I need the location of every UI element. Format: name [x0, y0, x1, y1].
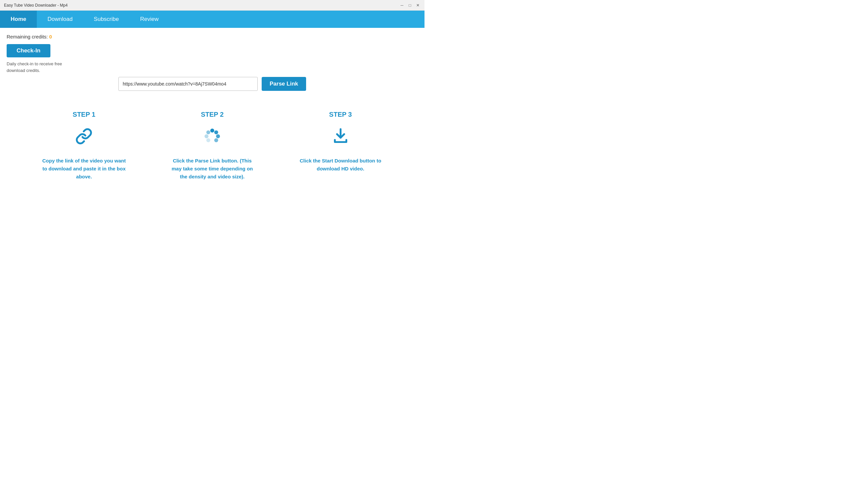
step-1-description: Copy the link of the video you want to d… — [41, 157, 127, 181]
step-1: STEP 1 Copy the link of the video you wa… — [41, 111, 127, 181]
check-in-description: Daily check-in to receive free download … — [7, 61, 73, 74]
step-2-title: STEP 2 — [201, 111, 224, 119]
minimize-button[interactable]: ─ — [399, 3, 404, 8]
parse-link-button[interactable]: Parse Link — [262, 77, 306, 91]
credits-row: Remaining credits: 0 — [7, 34, 418, 39]
step-2-description: Click the Parse Link button. (This may t… — [169, 157, 255, 181]
tab-home[interactable]: Home — [0, 11, 37, 28]
tab-download[interactable]: Download — [37, 11, 83, 28]
nav-bar: Home Download Subscribe Review — [0, 11, 424, 28]
svg-point-1 — [215, 131, 218, 133]
url-input[interactable] — [119, 77, 258, 91]
spinner-icon — [204, 128, 221, 147]
title-bar: Easy Tube Video Downloader - Mp4 ─ □ ✕ — [0, 0, 424, 11]
tab-subscribe[interactable]: Subscribe — [83, 11, 130, 28]
maximize-button[interactable]: □ — [407, 3, 413, 8]
svg-point-6 — [207, 131, 210, 133]
close-button[interactable]: ✕ — [415, 3, 420, 8]
credits-label: Remaining credits: — [7, 34, 48, 39]
step-2: STEP 2 Click the Parse Link button. (Thi… — [169, 111, 255, 181]
credits-value: 0 — [49, 34, 52, 39]
step-3: STEP 3 Click the Start Download button t… — [297, 111, 384, 173]
svg-point-0 — [211, 129, 214, 132]
steps-section: STEP 1 Copy the link of the video you wa… — [7, 111, 418, 181]
step-3-title: STEP 3 — [329, 111, 352, 119]
url-row: Parse Link — [7, 77, 418, 91]
svg-point-3 — [215, 139, 218, 142]
check-in-button[interactable]: Check-In — [7, 44, 50, 57]
window-controls: ─ □ ✕ — [399, 3, 420, 8]
link-icon — [75, 128, 92, 147]
svg-point-2 — [217, 135, 219, 138]
tab-review[interactable]: Review — [129, 11, 169, 28]
svg-point-4 — [205, 135, 207, 138]
download-icon — [332, 128, 349, 147]
step-3-description: Click the Start Download button to downl… — [297, 157, 384, 173]
window-title: Easy Tube Video Downloader - Mp4 — [4, 3, 68, 7]
step-1-title: STEP 1 — [73, 111, 95, 119]
main-content: Remaining credits: 0 Check-In Daily chec… — [0, 28, 424, 187]
svg-point-5 — [207, 139, 210, 142]
